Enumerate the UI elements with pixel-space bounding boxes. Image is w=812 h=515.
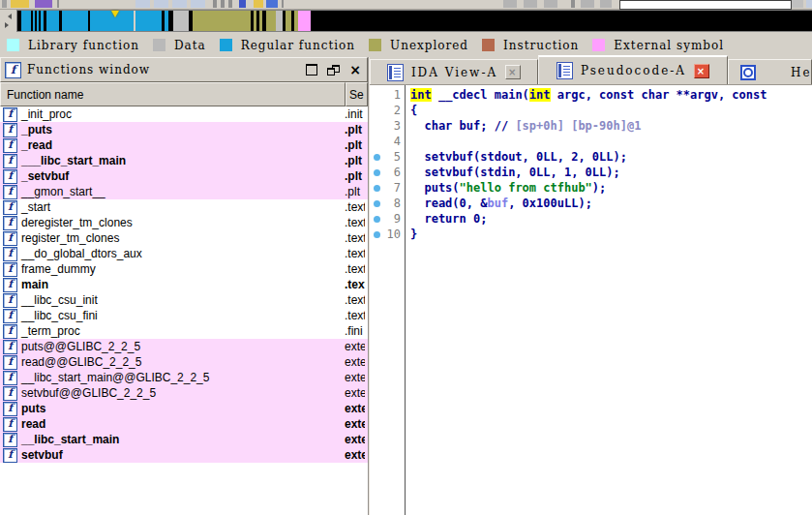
toolbar-icon-fragment[interactable]: [571, 0, 575, 8]
function-row[interactable]: f_read.plt: [0, 137, 368, 153]
top-toolbar[interactable]: [0, 0, 812, 10]
function-row[interactable]: fsetvbuf@@GLIBC_2_2_5extern: [0, 385, 368, 401]
doc-view-icon: [387, 64, 404, 81]
nav-band-segment[interactable]: [46, 11, 59, 31]
nav-band[interactable]: [16, 10, 812, 32]
maximize-button[interactable]: [306, 64, 317, 76]
function-row[interactable]: fderegister_tm_clones.text: [0, 215, 368, 230]
nav-band-segment[interactable]: [298, 11, 311, 31]
toolbar-icon-fragment[interactable]: [600, 0, 612, 8]
toolbar-icon-fragment[interactable]: [154, 0, 168, 8]
code-panel: IDA View-A×Pseudocode-A×He 1int __cdecl …: [370, 57, 812, 515]
functions-window-icon: f: [5, 62, 21, 78]
function-row[interactable]: f__do_global_dtors_aux.text: [0, 246, 368, 261]
function-list[interactable]: f_init_proc.initf_puts.pltf_read.pltf___…: [0, 106, 368, 515]
function-row[interactable]: f_puts.plt: [0, 122, 368, 137]
restore-button[interactable]: [327, 65, 340, 76]
tab-he[interactable]: He: [728, 59, 812, 84]
nav-band-segment[interactable]: [266, 11, 276, 31]
doc-view-icon: [556, 62, 573, 79]
nav-band-segment[interactable]: [276, 11, 283, 31]
function-row[interactable]: fmain.text: [0, 277, 368, 292]
column-header-segment[interactable]: Se: [346, 82, 368, 106]
toolbar-icon-fragment[interactable]: [806, 0, 812, 8]
function-row[interactable]: freadextern: [0, 416, 368, 432]
toolbar-icon-fragment[interactable]: [544, 0, 557, 8]
function-name: __gmon_start__: [21, 185, 105, 198]
code-line[interactable]: 7 puts("hello from ctfhub");: [370, 180, 812, 196]
nav-band-segment[interactable]: [173, 11, 189, 31]
function-row[interactable]: fread@@GLIBC_2_2_5extern: [0, 354, 368, 370]
code-line[interactable]: 5 setvbuf(stdout, 0LL, 2, 0LL);: [370, 149, 812, 165]
toolbar-icon-fragment[interactable]: [228, 0, 232, 8]
function-row[interactable]: fsetvbufextern: [0, 447, 368, 463]
function-segment: extern: [345, 402, 365, 415]
function-row[interactable]: f___libc_start_main.plt: [0, 153, 368, 168]
function-row[interactable]: fframe_dummy.text: [0, 261, 368, 277]
function-name: main: [21, 278, 48, 291]
function-segment: extern: [345, 355, 365, 369]
toolbar-icon-fragment[interactable]: [581, 0, 594, 8]
function-row[interactable]: f__libc_start_mainextern: [0, 432, 368, 447]
function-row[interactable]: f_term_proc.fini: [0, 323, 368, 339]
pseudocode-view[interactable]: 1int __cdecl main(int argc, const char *…: [370, 85, 812, 515]
tab-ida-view-a[interactable]: IDA View-A×: [370, 59, 538, 84]
function-row[interactable]: f_start.text: [0, 199, 368, 215]
function-row[interactable]: f__libc_start_main@@GLIBC_2_2_5extern: [0, 370, 368, 385]
toolbar-icon-fragment[interactable]: [11, 0, 29, 8]
toolbar-icon-fragment[interactable]: [221, 0, 225, 8]
nav-band-segment[interactable]: [135, 11, 162, 31]
close-tab-icon[interactable]: ×: [505, 65, 521, 79]
toolbar-icon-fragment[interactable]: [282, 0, 284, 8]
code-line[interactable]: 3 char buf; // [sp+0h] [bp-90h]@1: [370, 118, 812, 134]
nav-band-segment[interactable]: [62, 11, 88, 31]
function-icon: f: [3, 293, 17, 308]
toolbar-icon-fragment[interactable]: [619, 0, 792, 10]
nav-scroll-arrows[interactable]: [0, 12, 16, 30]
toolbar-icon-fragment[interactable]: [172, 0, 187, 8]
function-row[interactable]: f__libc_csu_fini.text: [0, 308, 368, 323]
code-line[interactable]: 8 read(0, &buf, 0x100uLL);: [370, 196, 812, 211]
code-line[interactable]: 10}: [370, 227, 812, 242]
code-line[interactable]: 1int __cdecl main(int argc, const char *…: [370, 87, 812, 103]
function-row[interactable]: f__gmon_start__.plt: [0, 184, 368, 199]
toolbar-icon-fragment[interactable]: [239, 0, 246, 8]
code-token: {: [410, 104, 417, 117]
code-line[interactable]: 6 setvbuf(stdin, 0LL, 1, 0LL);: [370, 165, 812, 180]
nav-band-segment[interactable]: [193, 11, 251, 31]
toolbar-icon-fragment[interactable]: [792, 0, 803, 8]
toolbar-icon-fragment[interactable]: [213, 0, 217, 8]
function-row[interactable]: fregister_tm_clones.text: [0, 230, 368, 246]
code-line[interactable]: 2{: [370, 103, 812, 118]
nav-band-segment[interactable]: [311, 11, 812, 31]
nav-scroll-right-icon[interactable]: [5, 22, 12, 28]
code-token: buf: [487, 197, 508, 210]
function-icon: f: [3, 433, 17, 447]
toolbar-icon-fragment[interactable]: [266, 0, 278, 8]
function-row[interactable]: f_setvbuf.plt: [0, 168, 368, 184]
code-line[interactable]: 9 return 0;: [370, 211, 812, 227]
close-button[interactable]: ×: [349, 65, 361, 76]
function-segment: .plt: [345, 154, 365, 167]
toolbar-icon-fragment[interactable]: [2, 0, 7, 8]
function-row[interactable]: fputs@@GLIBC_2_2_5extern: [0, 339, 368, 354]
column-header-function-name[interactable]: Function name: [0, 82, 346, 106]
functions-window-titlebar[interactable]: f Functions window ×: [0, 57, 368, 82]
code-text: int __cdecl main(int argc, const char **…: [410, 88, 767, 102]
close-tab-icon[interactable]: ×: [694, 64, 709, 78]
toolbar-icon-fragment[interactable]: [35, 0, 52, 8]
function-row[interactable]: f__libc_csu_init.text: [0, 292, 368, 308]
function-row[interactable]: fputsextern: [0, 401, 368, 416]
code-line[interactable]: 4: [370, 134, 812, 149]
tab-pseudocode-a[interactable]: Pseudocode-A×: [538, 55, 728, 84]
toolbar-icon-fragment[interactable]: [254, 0, 263, 8]
function-row[interactable]: f_init_proc.init: [0, 106, 368, 122]
toolbar-icon-fragment[interactable]: [135, 0, 150, 8]
toolbar-icon-fragment[interactable]: [191, 0, 205, 8]
window-buttons: ×: [306, 64, 363, 76]
toolbar-icon-fragment[interactable]: [524, 0, 537, 8]
nav-scroll-left-icon[interactable]: [5, 14, 12, 19]
toolbar-icon-fragment[interactable]: [57, 0, 59, 8]
nav-band-segment[interactable]: [21, 11, 31, 31]
toolbar-icon-fragment[interactable]: [503, 0, 517, 8]
